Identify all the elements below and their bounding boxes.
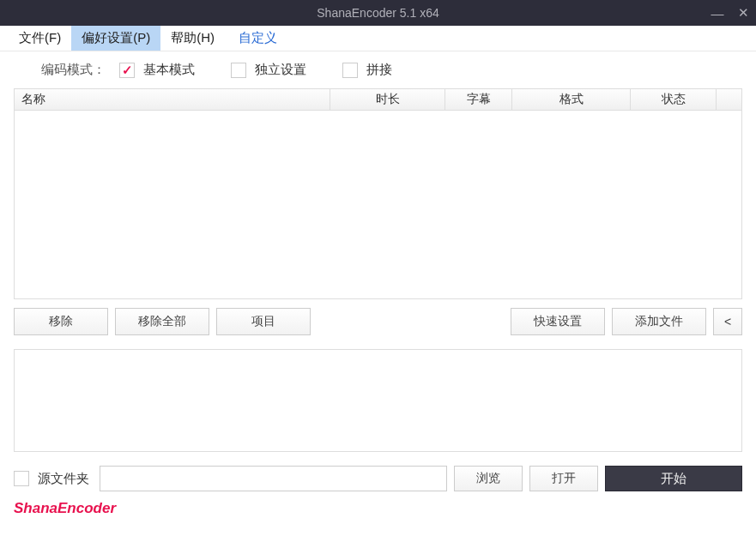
remove-button[interactable]: 移除 <box>14 308 108 335</box>
log-area[interactable] <box>14 349 742 452</box>
file-table-header: 名称 时长 字幕 格式 状态 <box>14 88 742 111</box>
action-button-row: 移除 移除全部 项目 快速设置 添加文件 < <box>14 308 742 335</box>
source-folder-checkbox[interactable]: 源文件夹 <box>14 471 89 487</box>
check-icon <box>119 63 135 78</box>
main-content: 名称 时长 字幕 格式 状态 移除 移除全部 项目 快速设置 添加文件 < 源文… <box>0 88 756 491</box>
window-title: ShanaEncoder 5.1 x64 <box>317 6 438 20</box>
mode-independent-checkbox[interactable]: 独立设置 <box>231 62 306 78</box>
mode-basic-checkbox[interactable]: 基本模式 <box>119 62 195 78</box>
column-subtitle[interactable]: 字幕 <box>445 89 512 110</box>
output-path-input[interactable] <box>100 466 447 491</box>
titlebar: ShanaEncoder 5.1 x64 — ✕ <box>0 0 756 26</box>
window-controls: — ✕ <box>705 0 756 26</box>
checkbox-icon <box>14 471 29 486</box>
close-button[interactable]: ✕ <box>730 0 756 26</box>
start-button[interactable]: 开始 <box>605 466 742 491</box>
mode-concat-checkbox[interactable]: 拼接 <box>342 62 392 78</box>
collapse-button[interactable]: < <box>713 308 742 335</box>
menubar: 文件(F) 偏好设置(P) 帮助(H) 自定义 <box>0 26 756 51</box>
column-scroll-spacer <box>717 89 741 110</box>
spacer <box>318 308 504 335</box>
mode-independent-label: 独立设置 <box>255 62 306 78</box>
column-duration[interactable]: 时长 <box>330 89 445 110</box>
menu-custom[interactable]: 自定义 <box>228 26 287 51</box>
checkbox-icon <box>231 63 246 78</box>
open-button[interactable]: 打开 <box>529 466 598 491</box>
brand-label: ShanaEncoder <box>0 491 756 517</box>
add-file-button[interactable]: 添加文件 <box>612 308 706 335</box>
column-format[interactable]: 格式 <box>512 89 631 110</box>
quick-setting-button[interactable]: 快速设置 <box>511 308 605 335</box>
encoding-mode-row: 编码模式： 基本模式 独立设置 拼接 <box>0 51 756 88</box>
source-folder-label: 源文件夹 <box>38 471 89 487</box>
mode-basic-label: 基本模式 <box>143 62 195 78</box>
encoding-mode-label: 编码模式： <box>41 62 106 78</box>
output-row: 源文件夹 浏览 打开 开始 <box>14 466 742 491</box>
minimize-button[interactable]: — <box>705 0 730 26</box>
menu-file[interactable]: 文件(F) <box>9 26 71 51</box>
menu-preferences[interactable]: 偏好设置(P) <box>71 26 160 51</box>
item-button[interactable]: 项目 <box>216 308 311 335</box>
remove-all-button[interactable]: 移除全部 <box>115 308 209 335</box>
checkbox-icon <box>342 63 358 78</box>
browse-button[interactable]: 浏览 <box>454 466 523 491</box>
menu-help[interactable]: 帮助(H) <box>160 26 225 51</box>
column-status[interactable]: 状态 <box>631 89 717 110</box>
mode-concat-label: 拼接 <box>366 62 392 78</box>
file-table-body[interactable] <box>14 111 742 299</box>
column-name[interactable]: 名称 <box>15 89 330 110</box>
